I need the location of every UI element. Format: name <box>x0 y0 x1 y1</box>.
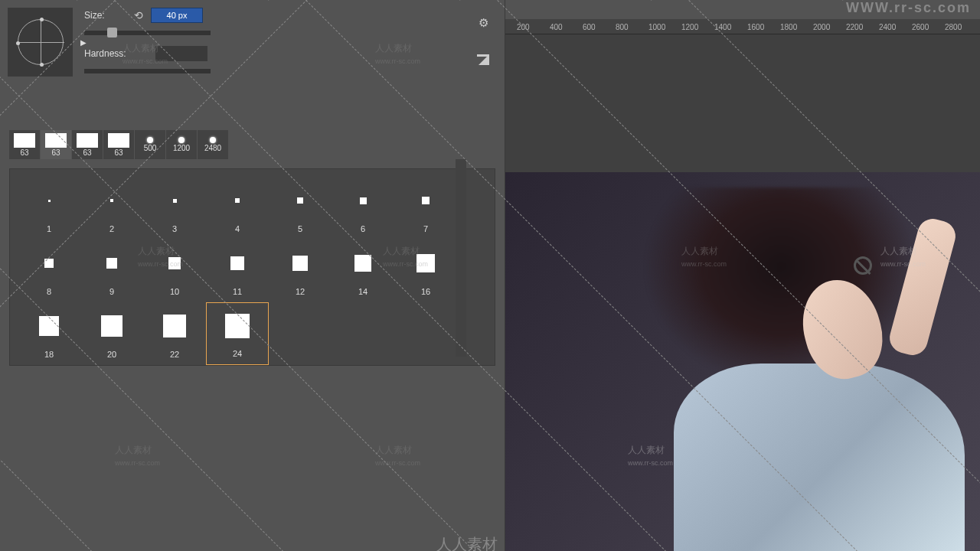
brush-preset[interactable]: 9 <box>80 240 143 302</box>
brush-presets-grid: 1 2 3 4 5 6 7 8 9 10 11 12 14 16 18 20 2… <box>9 168 495 366</box>
brush-preset[interactable]: 8 <box>18 240 80 302</box>
brush-size-label: 63 <box>20 148 28 157</box>
brush-preset[interactable]: 10 <box>143 240 206 302</box>
brush-preset[interactable]: 4 <box>206 177 269 240</box>
ruler-tick: 1000 <box>648 23 665 31</box>
ruler-tick: 2800 <box>945 23 962 31</box>
ruler-tick: 2200 <box>846 23 863 31</box>
brush-label: 7 <box>423 224 428 233</box>
brush-size-label: 63 <box>83 148 91 157</box>
brush-preset[interactable]: 22 <box>143 302 206 365</box>
flyout-menu-icon[interactable] <box>475 52 491 67</box>
ruler-tick: 2000 <box>813 23 830 31</box>
brush-preset-panel: ▶ Size: ⟲ Hardness: ⚙ 63 63 63 63 500 <box>0 0 505 551</box>
brush-size-label: 1200 <box>173 144 190 152</box>
brush-preset-selected[interactable]: 24 <box>206 302 269 365</box>
brush-label: 8 <box>47 287 51 296</box>
ruler-tick: 600 <box>583 23 596 31</box>
brush-size-label: 63 <box>114 148 122 157</box>
brush-label: 1 <box>47 224 51 233</box>
brush-label: 18 <box>44 350 54 359</box>
brush-preset[interactable]: 20 <box>80 302 143 365</box>
brush-preset[interactable]: 12 <box>269 240 332 302</box>
brush-label: 24 <box>233 349 242 358</box>
recent-brush[interactable]: 63 <box>9 130 40 159</box>
ruler-tick: 1800 <box>780 23 797 31</box>
size-label: Size: <box>84 10 126 21</box>
brush-angle-widget[interactable]: ▶ <box>8 8 73 77</box>
ruler-tick: 1400 <box>714 23 731 31</box>
brush-preset[interactable]: 18 <box>18 302 80 365</box>
brush-label: 2 <box>109 224 114 233</box>
brush-size-label: 2480 <box>204 144 221 152</box>
brush-label: 14 <box>358 287 368 296</box>
brush-preset[interactable]: 7 <box>394 177 457 240</box>
slider-thumb[interactable] <box>107 28 117 37</box>
ruler-tick: 400 <box>550 23 563 31</box>
horizontal-ruler: 200 400 600 800 1000 1200 1400 1600 1800… <box>505 19 980 34</box>
brush-label: 10 <box>170 287 179 296</box>
brush-label: 12 <box>296 287 305 296</box>
recent-brushes-row: 63 63 63 63 500 1200 2480 <box>0 130 505 159</box>
brush-label: 9 <box>109 287 114 296</box>
scrollbar[interactable] <box>456 159 466 357</box>
brush-label: 5 <box>298 224 302 233</box>
brush-label: 20 <box>107 350 116 359</box>
watermark-url: WWW.rr-sc.com <box>846 0 971 16</box>
canvas-image <box>505 172 980 551</box>
ruler-tick: 2600 <box>912 23 929 31</box>
brush-preset[interactable]: 16 <box>394 240 457 302</box>
not-allowed-cursor-icon <box>854 256 872 275</box>
brush-label: 22 <box>170 350 179 359</box>
hardness-slider[interactable] <box>84 69 211 73</box>
brush-size-input[interactable] <box>151 8 203 23</box>
hardness-label: Hardness: <box>84 48 126 59</box>
ruler-tick: 1200 <box>681 23 698 31</box>
recent-brush[interactable]: 2480 <box>198 130 228 159</box>
brush-preset[interactable]: 6 <box>332 177 394 240</box>
brush-label: 3 <box>172 224 177 233</box>
brush-label: 16 <box>421 287 430 296</box>
recent-brush[interactable]: 63 <box>103 130 134 159</box>
ruler-tick: 800 <box>616 23 629 31</box>
gear-icon[interactable]: ⚙ <box>475 15 491 31</box>
brush-label: 6 <box>361 224 365 233</box>
ruler-tick: 2400 <box>879 23 896 31</box>
brush-label: 4 <box>235 224 240 233</box>
canvas-area[interactable] <box>505 34 980 551</box>
brush-label: 11 <box>233 287 242 296</box>
brush-size-label: 63 <box>51 148 60 157</box>
ruler-tick: 1600 <box>747 23 764 31</box>
svg-rect-0 <box>477 54 489 57</box>
reset-size-button[interactable]: ⟲ <box>131 8 146 23</box>
brush-preset[interactable]: 1 <box>18 177 80 240</box>
brush-preset[interactable]: 2 <box>80 177 143 240</box>
